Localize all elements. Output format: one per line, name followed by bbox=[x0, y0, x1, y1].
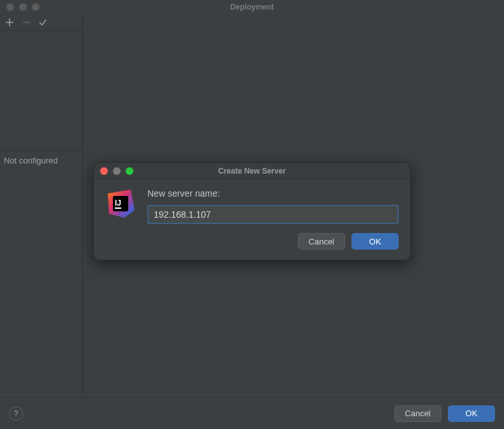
parent-minimize-dot[interactable] bbox=[19, 3, 27, 11]
parent-cancel-label: Cancel bbox=[405, 409, 431, 418]
not-configured-label: Not configured bbox=[0, 151, 82, 170]
deployment-left-pane: Not configured bbox=[0, 14, 83, 397]
modal-ok-label: OK bbox=[369, 237, 382, 246]
add-icon[interactable] bbox=[5, 18, 14, 27]
remove-icon[interactable] bbox=[22, 18, 31, 27]
left-toolbar bbox=[0, 14, 82, 31]
parent-titlebar: Deployment bbox=[0, 0, 504, 14]
intellij-icon: IJ bbox=[105, 188, 136, 219]
modal-zoom-dot[interactable] bbox=[126, 167, 133, 175]
server-name-input[interactable] bbox=[147, 205, 399, 224]
parent-close-dot[interactable] bbox=[6, 3, 14, 11]
modal-body: IJ New server name: bbox=[94, 179, 410, 230]
modal-traffic-lights bbox=[100, 167, 133, 175]
parent-zoom-dot[interactable] bbox=[32, 3, 40, 11]
svg-text:IJ: IJ bbox=[115, 199, 121, 207]
modal-close-dot[interactable] bbox=[100, 167, 108, 175]
default-check-icon[interactable] bbox=[38, 18, 47, 27]
help-icon: ? bbox=[13, 409, 18, 418]
modal-cancel-label: Cancel bbox=[309, 237, 334, 246]
server-name-label: New server name: bbox=[147, 188, 399, 199]
help-button[interactable]: ? bbox=[9, 407, 23, 421]
create-new-server-dialog: Create New Server IJ New server name: bbox=[93, 162, 411, 260]
modal-title: Create New Server bbox=[94, 167, 410, 176]
parent-footer: ? Cancel OK bbox=[0, 397, 504, 429]
parent-ok-label: OK bbox=[466, 409, 478, 418]
modal-cancel-button[interactable]: Cancel bbox=[298, 233, 345, 250]
modal-titlebar: Create New Server bbox=[94, 163, 410, 179]
parent-window-title: Deployment bbox=[0, 3, 504, 11]
modal-fields: New server name: bbox=[147, 188, 399, 224]
modal-minimize-dot[interactable] bbox=[113, 167, 121, 175]
server-list-area bbox=[0, 31, 82, 151]
parent-traffic-lights bbox=[6, 3, 40, 11]
modal-footer: Cancel OK bbox=[94, 230, 410, 260]
svg-rect-6 bbox=[115, 207, 121, 209]
parent-ok-button[interactable]: OK bbox=[448, 405, 495, 422]
modal-ok-button[interactable]: OK bbox=[352, 233, 399, 250]
parent-cancel-button[interactable]: Cancel bbox=[394, 405, 441, 422]
